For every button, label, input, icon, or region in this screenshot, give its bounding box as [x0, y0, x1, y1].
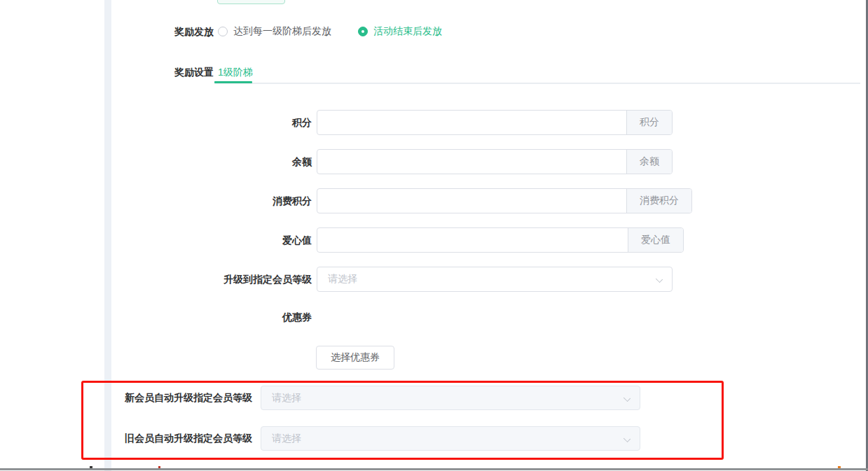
balance-input-group: 余额 [317, 149, 673, 174]
love-value-input[interactable] [317, 228, 628, 252]
reward-release-label: 奖励发放 [144, 26, 214, 38]
points-input[interactable] [317, 111, 626, 134]
cutoff-content-speck [838, 466, 841, 468]
balance-input[interactable] [317, 150, 626, 174]
select-placeholder: 请选择 [272, 433, 301, 445]
reward-settings-label: 奖励设置 [144, 66, 214, 79]
love-value-append: 爱心值 [628, 228, 683, 252]
consume-points-input[interactable] [317, 189, 626, 213]
tab-active-indicator [214, 81, 252, 83]
tab-tier-1[interactable]: 1级阶梯 [218, 66, 253, 79]
tabs-bottom-border [214, 83, 860, 84]
new-member-upgrade-select[interactable]: 请选择 [261, 386, 640, 410]
consume-points-append: 消费积分 [626, 189, 691, 213]
radio-checked-icon [358, 27, 368, 36]
radio-release-per-tier[interactable]: 达到每一级阶梯后发放 [218, 26, 331, 37]
upgrade-level-select[interactable]: 请选择 [317, 267, 673, 292]
cutoff-content-speck [158, 466, 160, 468]
radio-option-label: 达到每一级阶梯后发放 [233, 25, 331, 38]
upgrade-level-label: 升级到指定会员等级 [144, 267, 312, 292]
love-value-input-group: 爱心值 [317, 227, 684, 253]
select-coupon-button[interactable]: 选择优惠券 [316, 346, 394, 370]
consume-points-input-group: 消费积分 [317, 188, 692, 213]
radio-unchecked-icon [218, 27, 228, 36]
chevron-down-icon [624, 436, 630, 442]
points-input-group: 积分 [317, 110, 673, 135]
radio-option-label: 活动结束后发放 [373, 25, 442, 38]
window-bottom-edge [0, 468, 868, 470]
points-append: 积分 [626, 111, 672, 134]
chevron-down-icon [656, 276, 662, 282]
chevron-down-icon [624, 395, 630, 401]
balance-append: 余额 [626, 150, 672, 174]
radio-release-after-activity[interactable]: 活动结束后发放 [358, 26, 442, 37]
coupon-label: 优惠券 [172, 310, 312, 324]
form-page: 奖励发放 达到每一级阶梯后发放 活动结束后发放 奖励设置 1级阶梯 积分 积分 … [0, 0, 868, 471]
select-placeholder: 请选择 [272, 392, 301, 405]
old-member-upgrade-label: 旧会员自动升级指定会员等级 [112, 426, 252, 451]
add-tier-button-partial[interactable] [217, 0, 285, 4]
vertical-scrollbar-track[interactable] [104, 0, 111, 471]
balance-label: 余额 [172, 149, 312, 174]
love-value-label: 爱心值 [172, 227, 312, 253]
new-member-upgrade-label: 新会员自动升级指定会员等级 [112, 386, 252, 410]
consume-points-label: 消费积分 [172, 188, 312, 213]
select-placeholder: 请选择 [328, 273, 357, 286]
cutoff-content-speck [90, 466, 92, 468]
points-label: 积分 [172, 110, 312, 135]
old-member-upgrade-select[interactable]: 请选择 [261, 426, 640, 451]
